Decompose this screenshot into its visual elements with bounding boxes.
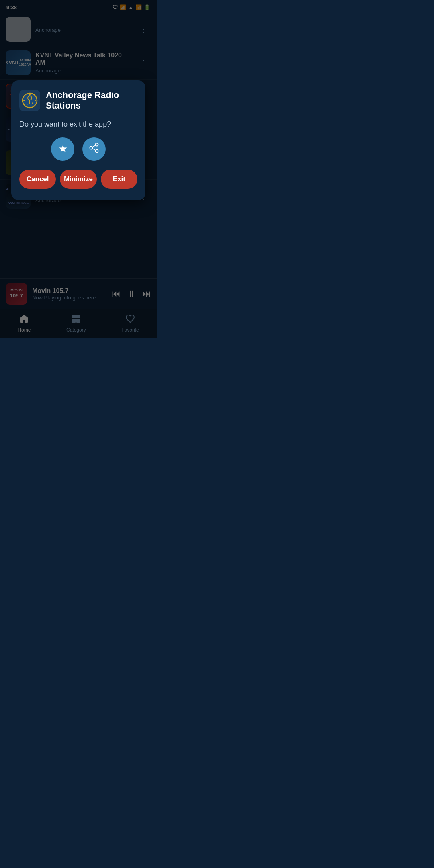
star-icon: ★ [58,143,68,155]
dialog-title: Anchorage Radio Stations [46,90,137,111]
exit-button[interactable]: Exit [101,170,137,189]
dialog-message: Do you want to exit the app? [19,120,137,129]
dialog-icon-actions: ★ [19,137,137,161]
favorite-button[interactable]: ★ [51,137,74,161]
svg-line-10 [93,145,96,147]
dialog-header: Anchorage Radio Stations [19,90,137,111]
svg-line-11 [93,149,96,150]
svg-point-9 [96,149,98,152]
dialog-buttons: Cancel Minimize Exit [19,170,137,189]
svg-point-5 [35,100,36,101]
cancel-button[interactable]: Cancel [19,170,56,189]
share-button[interactable] [82,137,106,161]
svg-point-4 [29,94,31,96]
svg-point-7 [96,143,98,146]
exit-dialog: Anchorage Radio Stations Do you want to … [11,80,145,200]
svg-point-8 [90,146,93,149]
dialog-app-icon [19,90,40,111]
share-icon [89,143,99,156]
app-badge-icon [22,92,38,108]
minimize-button[interactable]: Minimize [60,170,96,189]
svg-point-6 [23,100,25,101]
